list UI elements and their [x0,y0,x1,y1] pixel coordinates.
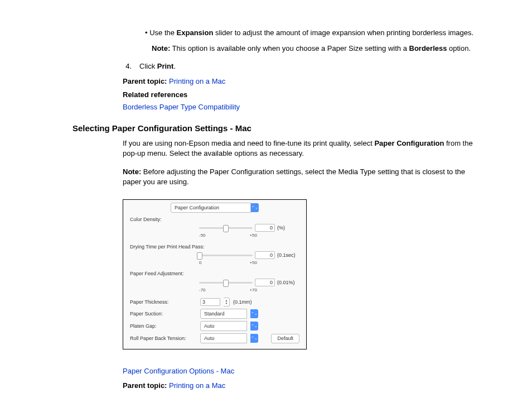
intro-paragraph: If you are using non-Epson media and nee… [123,138,482,159]
select-value: Standard [204,310,225,318]
note-label: Note: [152,44,170,52]
slider-thumb[interactable] [197,252,202,260]
range-max: +50 [249,232,257,238]
note-label: Note: [123,167,141,176]
paper-thickness-input[interactable]: 3 [200,298,220,306]
parent-topic-link[interactable]: Printing on a Mac [169,77,225,85]
note-borderless: Note: This option is available only when… [152,44,482,54]
drying-time-slider[interactable] [199,255,253,256]
paper-config-options-link[interactable]: Paper Configuration Options - Mac [123,366,482,376]
stepper-icon[interactable]: ▲▼ [224,298,230,306]
note-media-type: Note: Before adjusting the Paper Configu… [123,167,482,187]
paper-configuration-dialog: Paper Configuration ⌃⌄ Color Density: 0 … [123,199,307,349]
paper-suction-label: Paper Suction: [130,310,197,318]
platen-gap-label: Platen Gap: [130,323,197,330]
unit-label: (%) [277,224,299,232]
paper-feed-slider[interactable] [199,282,253,284]
select-value: Auto [204,335,215,342]
bold-term: Print [157,62,174,70]
range-min: 0 [199,260,201,266]
step-4: 4. Click Print. [123,61,482,71]
text: option. [447,44,471,52]
text: Before adjusting the Paper Configuration… [123,167,465,186]
related-reference-link[interactable]: Borderless Paper Type Compatibility [123,102,482,112]
unit-label: (0.01%) [277,279,299,286]
range-min: -70 [199,287,206,293]
unit-label: (0.1sec) [277,252,299,259]
roll-tension-select[interactable]: Auto [200,333,247,343]
color-density-input[interactable]: 0 [255,224,275,232]
popup-menu-value: Paper Configuration [175,204,219,212]
parent-topic-label: Parent topic: [123,77,167,85]
range-max: +70 [249,287,257,293]
parent-topic-label: Parent topic: [123,381,167,390]
roll-tension-label: Roll Paper Back Tension: [130,335,197,342]
paper-suction-select[interactable]: Standard [200,309,247,319]
text: This option is available only when you c… [170,44,409,52]
section-heading: Selecting Paper Configuration Settings -… [72,122,482,134]
text: slider to adjust the amount of image exp… [213,28,473,37]
default-button[interactable]: Default [271,334,299,343]
text: If you are using non-Epson media and nee… [123,139,374,147]
bold-term: Paper Configuration [374,139,444,147]
range-min: -50 [199,232,206,238]
chevron-updown-icon[interactable]: ⌃⌄ [251,203,259,212]
range-max: +50 [249,260,257,266]
slider-thumb[interactable] [223,280,229,287]
select-value: Auto [204,323,215,330]
color-density-slider[interactable] [199,227,253,229]
chevron-updown-icon[interactable]: ⌃⌄ [250,334,258,343]
drying-time-label: Drying Time per Print Head Pass: [130,243,205,251]
bold-term: Expansion [177,28,214,37]
paper-feed-input[interactable]: 0 [255,279,275,286]
text: Click [139,62,157,70]
step-number: 4. [123,61,132,71]
step-text: Click Print. [139,61,176,71]
parent-topic-row: Parent topic: Printing on a Mac [123,76,482,87]
bold-term: Borderless [409,44,447,52]
chevron-updown-icon[interactable]: ⌃⌄ [250,322,258,330]
chevron-updown-icon[interactable]: ⌃⌄ [250,309,258,318]
popup-menu-select[interactable]: Paper Configuration [171,203,251,213]
color-density-label: Color Density: [130,216,197,223]
text: Use the [149,28,176,37]
paper-feed-label: Paper Feed Adjustment: [130,270,197,277]
expansion-bullet-block: Use the Expansion slider to adjust the a… [145,28,482,54]
slider-thumb[interactable] [223,225,229,232]
drying-time-input[interactable]: 0 [255,251,275,259]
paper-thickness-label: Paper Thickness: [130,299,197,306]
expansion-bullet: Use the Expansion slider to adjust the a… [145,28,482,38]
related-references-label: Related references [123,90,482,100]
unit-label: (0.1mm) [233,299,252,306]
parent-topic-row-2: Parent topic: Printing on a Mac [123,381,482,391]
text: . [173,62,176,70]
platen-gap-select[interactable]: Auto [200,321,247,331]
parent-topic-link-2[interactable]: Printing on a Mac [169,381,225,390]
